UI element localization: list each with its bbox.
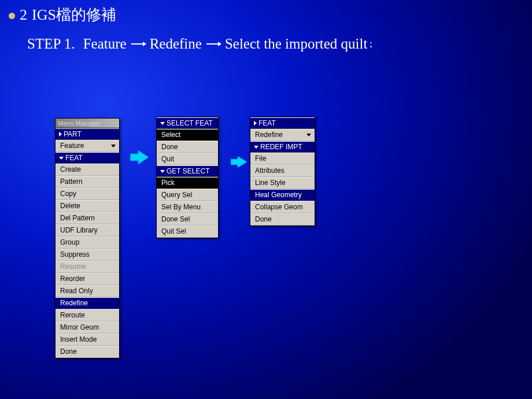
get-select-header[interactable]: GET SELECT <box>157 165 218 177</box>
menu-item-done-2[interactable]: Done <box>250 213 315 226</box>
menu-item-reorder[interactable]: Reorder <box>56 273 119 285</box>
menu-item-attributes[interactable]: Attributes <box>250 165 315 177</box>
menu-item-done-sel[interactable]: Done Sel <box>157 213 218 226</box>
menu-item-copy[interactable]: Copy <box>56 188 119 200</box>
select-feat-panel: SELECT FEAT Select Done Quit GET SELECT … <box>156 117 219 238</box>
feat-header-2[interactable]: FEAT <box>250 117 315 129</box>
menu-item-line-style[interactable]: Line Style <box>250 177 315 189</box>
flow-arrow-icon <box>231 156 247 170</box>
step-part-3: Select the imported quilt <box>225 36 367 52</box>
step-line: STEP 1. Feature Redefine Select the impo… <box>27 36 372 52</box>
menu-manager-panel: Menu Manager PART Feature FEAT Create Pa… <box>55 118 120 359</box>
arrow-right-icon <box>130 40 146 48</box>
menu-titlebar: Menu Manager <box>56 119 119 128</box>
menu-item-mirror-geom[interactable]: Mirror Geom <box>56 322 119 334</box>
svg-marker-5 <box>231 156 247 168</box>
menu-item-pattern[interactable]: Pattern <box>56 176 119 188</box>
menu-item-quit[interactable]: Quit <box>157 153 218 165</box>
menu-item-udf-library[interactable]: UDF Library <box>56 224 119 237</box>
bullet-icon <box>9 13 15 19</box>
title-text: IGS檔的修補 <box>32 5 116 25</box>
svg-marker-1 <box>143 42 146 46</box>
feat-header[interactable]: FEAT <box>56 152 119 164</box>
part-header[interactable]: PART <box>56 128 119 140</box>
slide-title: 2 IGS檔的修補 <box>9 5 116 25</box>
svg-marker-4 <box>130 150 149 164</box>
menu-item-query-sel[interactable]: Query Sel <box>157 189 218 201</box>
flow-arrow-icon <box>130 150 149 167</box>
menu-item-quit-sel[interactable]: Quit Sel <box>157 226 218 238</box>
menu-item-done[interactable]: Done <box>157 141 218 153</box>
redef-impt-panel: FEAT Redefine REDEF IMPT File Attributes… <box>250 117 315 226</box>
step-part-2: Redefine <box>150 36 202 52</box>
select-feat-header[interactable]: SELECT FEAT <box>157 117 218 129</box>
step-suffix: ; <box>370 39 372 49</box>
menu-item-del-pattern[interactable]: Del Pattern <box>56 212 119 224</box>
step-label: STEP 1. <box>27 36 75 52</box>
menu-item-pick[interactable]: Pick <box>157 177 218 189</box>
menu-item-insert-mode[interactable]: Insert Mode <box>56 334 119 346</box>
menu-item-delete[interactable]: Delete <box>56 200 119 212</box>
menu-item-redefine[interactable]: Redefine <box>56 297 119 309</box>
menu-item-create[interactable]: Create <box>56 164 119 176</box>
menu-item-group[interactable]: Group <box>56 237 119 249</box>
menu-item-sel-by-menu[interactable]: Sel By Menu <box>157 201 218 213</box>
menu-item-file[interactable]: File <box>250 153 315 165</box>
redefine-dropdown[interactable]: Redefine <box>250 129 315 141</box>
menu-item-done[interactable]: Done <box>56 346 119 358</box>
arrow-right-icon <box>205 40 221 48</box>
menu-item-read-only[interactable]: Read Only <box>56 285 119 297</box>
step-part-1: Feature <box>83 36 127 52</box>
title-number: 2 <box>20 6 27 24</box>
menu-item-resume: Resume <box>56 261 119 273</box>
svg-marker-3 <box>218 42 221 46</box>
redef-impt-header[interactable]: REDEF IMPT <box>250 141 315 153</box>
menu-item-reroute[interactable]: Reroute <box>56 309 119 322</box>
menu-item-select[interactable]: Select <box>157 129 218 141</box>
menu-item-collapse-geom[interactable]: Collapse Geom <box>250 201 315 213</box>
feature-dropdown[interactable]: Feature <box>56 140 119 152</box>
menu-item-suppress[interactable]: Suppress <box>56 249 119 261</box>
menu-item-heal-geometry[interactable]: Heal Geometry <box>250 189 315 201</box>
